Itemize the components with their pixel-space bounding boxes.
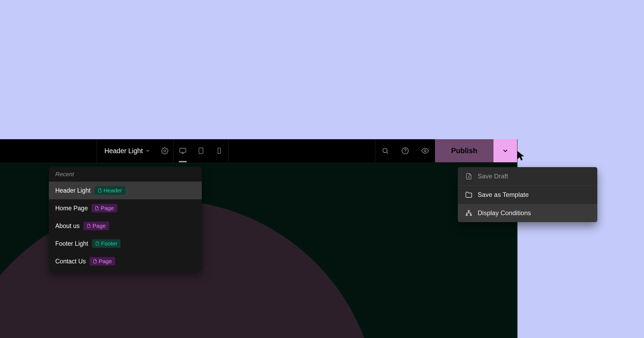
page-switcher[interactable]: Header Light: [97, 139, 156, 162]
badge-label: Page: [99, 258, 112, 264]
settings-button[interactable]: [156, 139, 173, 162]
recent-item-name: Header Light: [55, 187, 91, 194]
svg-point-12: [424, 150, 426, 152]
file-icon: [98, 188, 102, 193]
search-icon: [382, 147, 389, 155]
publish-menu-item[interactable]: Save as Template: [458, 186, 597, 204]
recent-item-name: Footer Light: [55, 240, 88, 247]
svg-rect-6: [218, 148, 221, 153]
badge-label: Page: [93, 223, 106, 229]
recent-item-name: About us: [55, 222, 80, 230]
badge-label: Page: [101, 205, 114, 211]
type-badge: Header: [94, 186, 125, 195]
sitemap-icon: [465, 210, 472, 216]
toolbar-left-spacer: [0, 139, 97, 162]
recent-item[interactable]: About usPage: [49, 217, 202, 235]
type-badge: Footer: [92, 239, 121, 248]
menu-item-label: Display Conditions: [478, 209, 531, 217]
publish-button[interactable]: Publish: [435, 139, 493, 162]
current-page-label: Header Light: [104, 147, 143, 155]
menu-item-label: Save Draft: [478, 172, 508, 180]
recent-pages-panel: Recent Header LightHeaderHome PagePageAb…: [49, 167, 202, 272]
svg-point-0: [164, 150, 166, 152]
file-plus-icon: [465, 173, 472, 180]
tablet-icon: [197, 147, 204, 154]
desktop-view-button[interactable]: [174, 139, 192, 162]
type-badge: Page: [90, 257, 115, 266]
chevron-down-icon: [145, 148, 150, 153]
chevron-down-icon: [502, 147, 509, 154]
recent-item-name: Contact Us: [55, 258, 86, 265]
toolbar-flex-spacer: [229, 139, 375, 162]
toolbar-right-icons: [375, 139, 435, 162]
top-toolbar: Header Light: [0, 139, 517, 162]
file-icon: [95, 241, 100, 246]
svg-point-15: [468, 210, 470, 212]
tablet-view-button[interactable]: [192, 139, 210, 162]
recent-item[interactable]: Home PagePage: [49, 199, 202, 217]
search-button[interactable]: [375, 139, 395, 162]
svg-line-9: [387, 152, 388, 154]
publish-menu-item[interactable]: Save Draft: [458, 167, 597, 186]
file-icon: [87, 223, 91, 228]
type-badge: Page: [92, 204, 117, 212]
help-icon: [401, 147, 409, 155]
editor-window: Header Light: [0, 139, 518, 338]
recent-heading: Recent: [49, 167, 202, 182]
recent-item[interactable]: Header LightHeader: [49, 182, 202, 199]
mobile-icon: [216, 148, 222, 154]
svg-rect-4: [199, 148, 203, 154]
publish-options-toggle[interactable]: [493, 139, 517, 162]
svg-point-8: [383, 148, 387, 153]
menu-item-label: Save as Template: [478, 191, 529, 199]
publish-menu-item[interactable]: Display Conditions: [458, 204, 597, 222]
desktop-icon: [179, 147, 186, 155]
recent-item-name: Home Page: [55, 205, 88, 212]
publish-label: Publish: [451, 147, 477, 155]
mobile-view-button[interactable]: [210, 139, 228, 162]
preview-button[interactable]: [415, 139, 435, 162]
svg-point-16: [466, 214, 467, 216]
publish-options-menu: Save DraftSave as TemplateDisplay Condit…: [458, 167, 597, 222]
svg-rect-1: [180, 148, 186, 152]
type-badge: Page: [83, 222, 109, 230]
recent-item[interactable]: Contact UsPage: [49, 252, 202, 270]
help-button[interactable]: [395, 139, 415, 162]
folder-icon: [465, 191, 472, 198]
gear-icon: [161, 147, 169, 155]
file-icon: [95, 206, 99, 211]
device-preview-group: [174, 139, 228, 162]
badge-label: Header: [104, 187, 122, 194]
svg-point-17: [470, 214, 471, 216]
eye-icon: [421, 147, 429, 155]
badge-label: Footer: [101, 240, 118, 247]
recent-item[interactable]: Footer LightFooter: [49, 235, 202, 252]
mouse-cursor-icon: [517, 150, 526, 161]
file-icon: [93, 259, 97, 264]
